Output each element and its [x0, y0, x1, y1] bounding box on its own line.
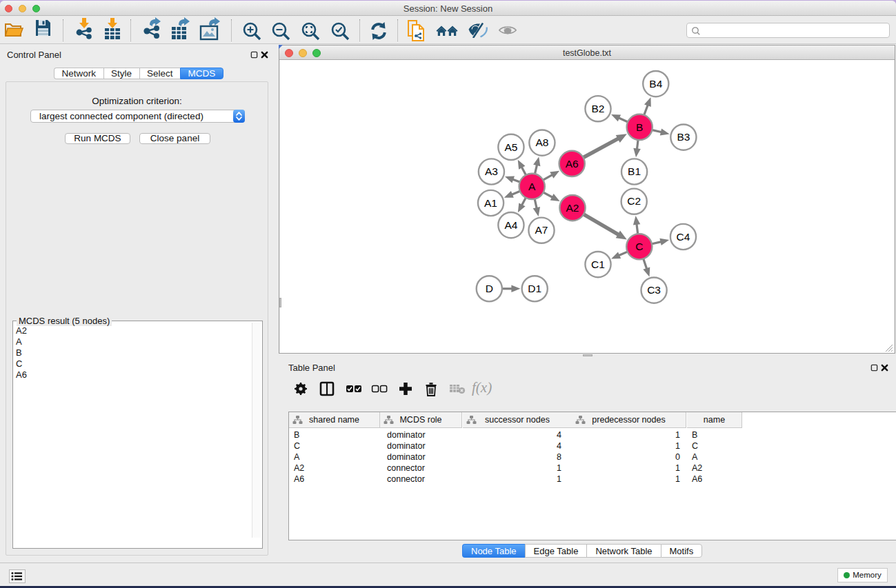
svg-text:B4: B4 — [649, 78, 662, 90]
svg-text:A5: A5 — [504, 141, 517, 153]
svg-text:A7: A7 — [535, 224, 548, 236]
svg-text:A3: A3 — [485, 165, 498, 177]
svg-text:B2: B2 — [592, 103, 605, 114]
svg-text:A: A — [528, 181, 536, 192]
svg-text:C1: C1 — [591, 258, 605, 270]
svg-text:C2: C2 — [627, 195, 641, 207]
svg-text:D1: D1 — [528, 283, 541, 294]
svg-text:C4: C4 — [677, 231, 690, 243]
svg-text:B: B — [636, 121, 643, 133]
svg-text:B3: B3 — [677, 131, 690, 143]
svg-text:C: C — [635, 241, 643, 252]
svg-text:D: D — [486, 283, 493, 294]
svg-text:A1: A1 — [484, 197, 497, 209]
svg-text:A8: A8 — [535, 136, 548, 148]
svg-text:A2: A2 — [566, 202, 579, 214]
svg-text:A6: A6 — [566, 158, 579, 170]
svg-text:C3: C3 — [647, 284, 661, 296]
svg-text:A4: A4 — [504, 219, 517, 231]
svg-text:B1: B1 — [628, 165, 641, 177]
